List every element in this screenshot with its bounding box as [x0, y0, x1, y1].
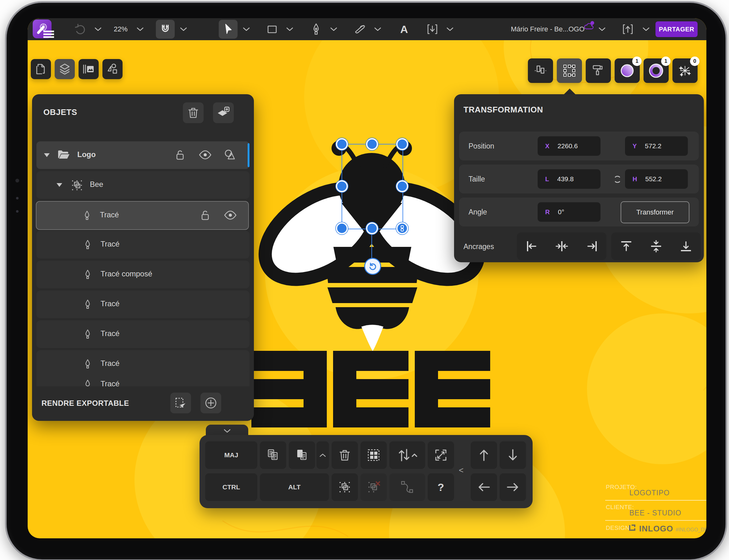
selection-handle-top-center[interactable]: [366, 138, 378, 150]
shape-tool-button[interactable]: [263, 20, 281, 39]
select-all-button[interactable]: [360, 441, 387, 469]
account-name[interactable]: Mário Freire - Be...OGO: [505, 25, 590, 33]
selection-handle-bottom-center[interactable]: [366, 222, 378, 234]
group-icon: [70, 179, 84, 192]
zoom-level[interactable]: 22%: [108, 25, 133, 33]
height-field[interactable]: H 552.2: [625, 169, 688, 189]
text-tool-button[interactable]: A: [395, 20, 414, 39]
zoom-chevron[interactable]: [136, 27, 144, 31]
snap-tool-button[interactable]: [156, 20, 175, 39]
transform-icon: [563, 64, 576, 78]
rotation-field[interactable]: R 0°: [538, 202, 601, 222]
tab-shapes[interactable]: [102, 59, 122, 79]
y-value: 572.2: [645, 142, 661, 150]
paste-button[interactable]: [289, 441, 315, 469]
select-tool-button[interactable]: [219, 20, 237, 39]
layer-row-trace[interactable]: Tracé: [36, 231, 249, 258]
selection-handle-mid-right[interactable]: [396, 180, 408, 192]
layer-row-trace[interactable]: Tracé: [36, 320, 249, 348]
fill-panel-button[interactable]: 1: [615, 58, 640, 83]
align-top-icon[interactable]: [620, 239, 633, 253]
tab-layers[interactable]: [55, 59, 75, 79]
visibility-eye-icon[interactable]: [224, 210, 237, 220]
align-right-icon[interactable]: [585, 240, 599, 253]
position-x-field[interactable]: X 2260.6: [538, 136, 601, 156]
hamburger-menu-icon[interactable]: [43, 30, 55, 38]
ungroup-button[interactable]: [360, 473, 387, 501]
arrange-panel-button[interactable]: [528, 58, 553, 83]
copy-button[interactable]: [260, 441, 286, 469]
unlock-icon[interactable]: [200, 210, 210, 221]
align-left-icon[interactable]: [525, 240, 539, 253]
export-chevron[interactable]: [642, 27, 650, 31]
visibility-eye-icon[interactable]: [198, 150, 212, 160]
shape-tool-chevron[interactable]: [286, 27, 293, 31]
link-dimensions-icon[interactable]: [612, 174, 623, 185]
position-y-field[interactable]: Y 572.2: [625, 136, 688, 156]
logo-letter-b[interactable]: [251, 351, 327, 427]
selection-handle-constrain[interactable]: [396, 222, 408, 234]
selection-handle-top-right[interactable]: [396, 138, 408, 150]
tab-gallery[interactable]: [79, 59, 99, 79]
unlock-icon[interactable]: [175, 150, 185, 161]
scale-button[interactable]: [428, 441, 454, 469]
pen-tool-button[interactable]: [307, 20, 325, 39]
transformer-button[interactable]: Transformer: [621, 201, 689, 223]
nudge-left-button[interactable]: [471, 473, 497, 501]
ctrl-key[interactable]: CTRL: [205, 473, 257, 501]
add-layer-button[interactable]: [213, 102, 234, 123]
paste-options-button[interactable]: [316, 441, 329, 469]
logo-letter-e2[interactable]: [415, 351, 490, 427]
select-tool-chevron[interactable]: [242, 27, 250, 31]
pen-tool-chevron[interactable]: [330, 27, 337, 31]
selection-bounding-box[interactable]: [341, 144, 403, 229]
knife-tool-chevron[interactable]: [374, 27, 382, 31]
help-button[interactable]: ?: [428, 473, 454, 501]
import-chevron[interactable]: [446, 27, 454, 31]
add-export-button[interactable]: [200, 393, 221, 413]
stroke-panel-button[interactable]: 1: [644, 58, 669, 83]
collapse-caret-icon[interactable]: [56, 182, 63, 188]
align-center-h-icon[interactable]: [555, 240, 569, 253]
style-panel-button[interactable]: [586, 58, 611, 83]
tab-pages[interactable]: [31, 59, 51, 79]
layer-row-trace-compose[interactable]: Tracé composé: [36, 261, 249, 288]
mask-icon[interactable]: [224, 149, 236, 161]
selection-handle-mid-left[interactable]: [336, 180, 348, 192]
snap-options-chevron[interactable]: [180, 27, 187, 31]
knife-tool-button[interactable]: [351, 20, 370, 39]
layer-row-logo[interactable]: Logo: [36, 141, 249, 169]
selection-handle-top-left[interactable]: [336, 138, 348, 150]
effects-panel-button[interactable]: 0: [672, 58, 698, 83]
delete-button[interactable]: [331, 441, 358, 469]
group-button[interactable]: [331, 473, 358, 501]
width-field[interactable]: L 439.8: [538, 169, 601, 189]
slice-export-button[interactable]: [170, 393, 191, 413]
path-nodes-button[interactable]: [389, 473, 425, 501]
layer-row-bee[interactable]: Bee: [36, 171, 249, 199]
logo-letter-e1[interactable]: [333, 351, 409, 427]
selection-handle-bottom-left[interactable]: [336, 222, 348, 234]
design-label: DESIGN:: [606, 525, 632, 531]
layer-row-trace-selected[interactable]: Tracé: [36, 201, 249, 230]
selection-rotate-handle[interactable]: [364, 258, 381, 275]
nudge-right-button[interactable]: [500, 473, 526, 501]
transform-panel-button[interactable]: [557, 58, 582, 83]
alt-key[interactable]: ALT: [260, 473, 329, 501]
export-button[interactable]: [618, 20, 637, 39]
undo-icon[interactable]: [74, 24, 87, 35]
delete-layer-button[interactable]: [183, 102, 204, 123]
share-button[interactable]: PARTAGER: [656, 21, 698, 37]
align-middle-v-icon[interactable]: [650, 239, 662, 253]
account-chevron[interactable]: [598, 27, 606, 31]
nudge-down-button[interactable]: [500, 441, 526, 469]
shift-key[interactable]: MAJ: [205, 441, 257, 469]
collapse-caret-icon[interactable]: [43, 153, 50, 158]
align-bottom-icon[interactable]: [680, 239, 692, 253]
undo-options-chevron[interactable]: [94, 27, 102, 31]
import-button[interactable]: [423, 20, 442, 39]
layer-row-trace[interactable]: Tracé: [36, 291, 249, 318]
bar-collapse-arrow[interactable]: <: [459, 465, 464, 475]
sort-order-button[interactable]: [389, 441, 425, 469]
nudge-up-button[interactable]: [471, 441, 497, 469]
